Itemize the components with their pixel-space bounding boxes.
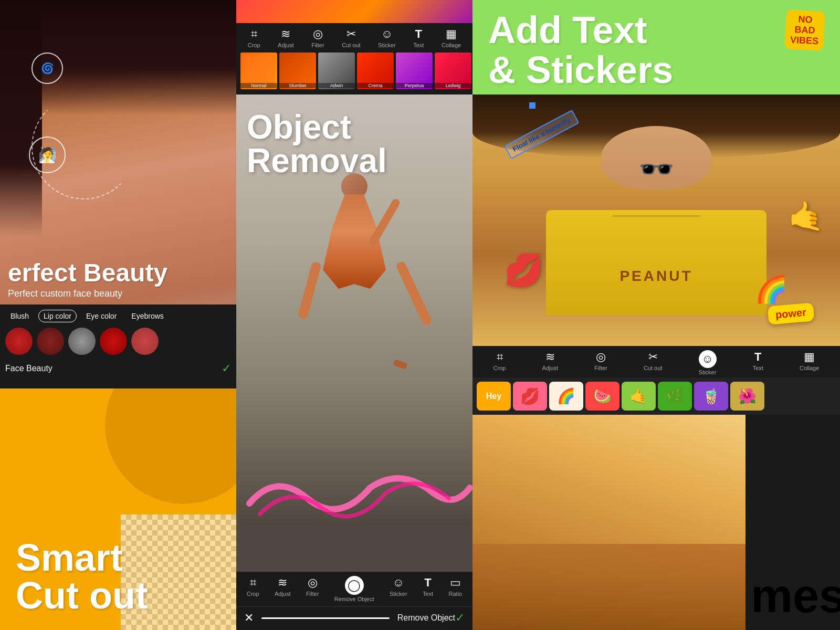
bottom-toolbar-icons: ⌗ Crop ≋ Adjust ◎ Filter ◯ Remove Object…	[236, 576, 472, 604]
beauty-tab-eye-color[interactable]: Eye color	[81, 310, 122, 322]
right-cutout-label: Cut out	[644, 365, 662, 371]
toolbar-crop[interactable]: ⌗ Crop	[248, 27, 260, 48]
bottom-remove-obj-icon: ◯	[345, 576, 364, 595]
bottom-filter-icon: ◎	[308, 576, 318, 590]
right-panel: Add Text & Stickers NO BAD VIBES 🕶️ PEAN…	[472, 0, 840, 630]
bottom-sticker-label: Sticker	[390, 591, 407, 597]
right-toolbar-text[interactable]: T Text	[753, 350, 763, 375]
right-toolbar-cutout[interactable]: ✂ Cut out	[644, 350, 662, 375]
peanut-label: PEANUT	[620, 268, 692, 285]
face-beauty-label: Face Beauty	[5, 364, 52, 373]
collage-icon: ▦	[446, 27, 457, 41]
right-sticker-label: Sticker	[699, 369, 717, 375]
right-text-icon: T	[754, 350, 761, 364]
color-swatch-1[interactable]	[5, 328, 33, 355]
cutout-bg-decoration	[105, 388, 236, 504]
right-toolbar-icons-row: ⌗ Crop ≋ Adjust ◎ Filter ✂ Cut out	[472, 350, 840, 377]
bottom-filter-label: Filter	[306, 591, 319, 597]
sticker-lips-strip[interactable]: 💋	[513, 382, 547, 411]
color-swatch-3[interactable]	[68, 328, 96, 355]
bottom-toolbar-remove-object[interactable]: ◯ Remove Object	[334, 576, 374, 602]
beauty-color-swatches	[5, 328, 231, 355]
right-toolbar-collage[interactable]: ▦ Collage	[800, 350, 819, 375]
bottom-toolbar-ratio[interactable]: ▭ Ratio	[449, 576, 463, 602]
toolbar-text[interactable]: T Text	[413, 27, 424, 48]
right-filter-label: Filter	[594, 365, 607, 371]
adjust-icon: ≋	[281, 27, 290, 41]
right-collage-label: Collage	[800, 365, 819, 371]
left-panel: 🌀 🧖 erfect Beauty Perfect custom face be…	[0, 0, 236, 630]
bottom-toolbar-crop[interactable]: ⌗ Crop	[247, 576, 259, 602]
right-toolbar-adjust[interactable]: ≋ Adjust	[542, 350, 559, 375]
no-bad-vibes-badge: NO BAD VIBES	[784, 9, 825, 51]
toolbar-filter[interactable]: ◎ Filter	[311, 27, 324, 48]
filter-slumber[interactable]: Slumber	[279, 52, 316, 89]
sticker-watermelon[interactable]: 🍉	[585, 382, 620, 411]
sticker-partial[interactable]: 🌺	[730, 382, 764, 411]
color-swatch-2[interactable]	[37, 328, 64, 355]
filter-label: Filter	[311, 42, 324, 48]
crop-icon: ⌗	[251, 27, 257, 41]
filter-normal[interactable]: Normal	[240, 52, 277, 89]
remove-object-action-bar: ✕ Remove Object ✓	[236, 606, 472, 630]
sticker-hey[interactable]: Hey	[477, 382, 511, 411]
bottom-toolbar-filter[interactable]: ◎ Filter	[306, 576, 319, 602]
crop-label: Crop	[248, 42, 260, 48]
bottom-toolbar-text[interactable]: T Text	[423, 576, 433, 602]
filter-ledwig-label: Ledwig	[435, 83, 471, 88]
remove-object-slider[interactable]	[261, 617, 390, 619]
sticker-rainbow[interactable]: 🌈	[755, 274, 788, 304]
collage-label: Collage	[442, 42, 461, 48]
right-bottom-section: mes	[472, 415, 840, 630]
sticker-icon: ☺	[381, 27, 393, 41]
sticker-leaf[interactable]: 🌿	[658, 382, 692, 411]
toolbar-cutout[interactable]: ✂ Cut out	[342, 27, 360, 48]
remove-object-close[interactable]: ✕	[244, 611, 254, 625]
toolbar-sticker[interactable]: ☺ Sticker	[378, 27, 396, 48]
remove-object-confirm[interactable]: ✓	[455, 611, 465, 625]
right-toolbar-filter[interactable]: ◎ Filter	[594, 350, 607, 375]
middle-panel: ⌗ Crop ≋ Adjust ◎ Filter ✂ Cut out ☺ S	[236, 0, 472, 630]
sticker-rainbow-strip[interactable]: 🌈	[549, 382, 583, 411]
text-label: Text	[413, 42, 424, 48]
color-swatch-4[interactable]	[100, 328, 127, 355]
sticker-hand[interactable]: 🤙	[788, 200, 824, 234]
filter-icon: ◎	[313, 27, 323, 41]
right-sticker-icon: ☺	[699, 350, 717, 368]
object-removal-title-line1: Object	[247, 110, 387, 144]
toolbar-adjust[interactable]: ≋ Adjust	[278, 27, 294, 48]
color-swatch-5[interactable]	[131, 328, 159, 355]
adjust-label: Adjust	[278, 42, 294, 48]
face-dotted-curve	[32, 94, 136, 200]
bottom-ratio-icon: ▭	[450, 576, 461, 590]
object-removal-text: Object Removal	[247, 110, 387, 177]
right-toolbar-sticker[interactable]: ☺ Sticker	[699, 350, 717, 375]
right-filter-icon: ◎	[596, 350, 606, 364]
beauty-tab-eyebrows[interactable]: Eyebrows	[126, 310, 169, 322]
right-bottom-text-area: mes	[746, 415, 840, 630]
right-toolbar-crop[interactable]: ⌗ Crop	[494, 350, 506, 375]
face-beauty-confirm[interactable]: ✓	[222, 362, 231, 375]
sticker-drink[interactable]: 🧋	[694, 382, 728, 411]
sticker-hand-strip[interactable]: 🤙	[622, 382, 656, 411]
filter-crema[interactable]: Crema	[357, 52, 394, 89]
pink-scribble-overlay	[236, 461, 472, 530]
bottom-toolbar-adjust[interactable]: ≋ Adjust	[275, 576, 291, 602]
sticker-strip: Hey 💋 🌈 🍉 🤙 🌿 🧋 🌺	[472, 377, 840, 415]
filter-perpetua[interactable]: Perpetua	[396, 52, 433, 89]
bottom-remove-obj-label: Remove Object	[334, 596, 374, 602]
object-removal-title-line2: Removal	[247, 144, 387, 177]
sticker-lips[interactable]: 💋	[504, 251, 543, 289]
bottom-toolbar-sticker[interactable]: ☺ Sticker	[390, 576, 407, 602]
filter-adwin[interactable]: Adwin	[318, 52, 355, 89]
toolbar-collage[interactable]: ▦ Collage	[442, 27, 461, 48]
sunglasses: 🕶️	[638, 152, 675, 186]
filter-ledwig[interactable]: Ledwig	[435, 52, 471, 89]
beauty-tab-blush[interactable]: Blush	[5, 310, 34, 322]
filter-adwin-label: Adwin	[318, 83, 355, 88]
beauty-subtitle: Perfect custom face beauty	[8, 288, 192, 299]
bottom-text-label: Text	[423, 591, 433, 597]
filter-perpetua-label: Perpetua	[396, 83, 433, 88]
beauty-tab-lip-color[interactable]: Lip color	[38, 310, 77, 322]
right-crop-icon: ⌗	[497, 350, 503, 364]
